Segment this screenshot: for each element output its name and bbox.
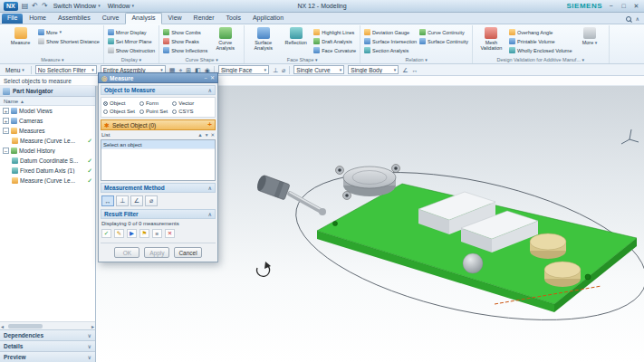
ribbon-group-label-relation[interactable]: Relation ▾	[360, 57, 472, 62]
select-object-row[interactable]: ✱ Select Object (0) +	[101, 119, 216, 130]
add-object-plus-icon[interactable]: +	[207, 121, 212, 129]
tab-analysis[interactable]: Analysis	[125, 13, 161, 24]
cylinder-cap[interactable]	[343, 167, 396, 196]
datum-axis-icon[interactable]	[621, 129, 639, 144]
section-analysis-button[interactable]: Section Analysis	[364, 46, 417, 54]
curve-continuity-button[interactable]: Curve Continuity	[419, 28, 468, 36]
show-obstruction-button[interactable]: Show Obstruction	[108, 46, 155, 54]
surface-intersection-button[interactable]: Surface Intersection	[364, 37, 417, 45]
handle-knob[interactable]	[255, 174, 290, 200]
name-column-header[interactable]: Name ▲	[0, 97, 95, 106]
window-menu[interactable]: Window ▾	[106, 3, 136, 9]
tab-render[interactable]: Render	[188, 14, 220, 24]
tree-item-cameras[interactable]: + Cameras	[0, 116, 95, 126]
show-inflections-button[interactable]: Show Inflections	[163, 46, 207, 54]
ok-button[interactable]: OK	[114, 247, 139, 258]
save-icon[interactable]: ▤	[22, 3, 29, 10]
highlight-lines-button[interactable]: Highlight Lines	[313, 28, 356, 36]
perpendicular-snap-icon[interactable]: ⊥	[273, 67, 278, 73]
filter-flag-button[interactable]: ⚑	[139, 229, 149, 238]
overhang-angle-button[interactable]: Overhang Angle	[509, 28, 572, 36]
radio-object[interactable]: Object	[103, 100, 139, 106]
show-shortest-distance-button[interactable]: Show Shortest Distance	[38, 37, 100, 45]
list-row-selected[interactable]: Select an object	[101, 140, 215, 149]
scroll-right-icon[interactable]: ▸	[91, 323, 94, 329]
tan-cylinder-1[interactable]	[530, 233, 566, 259]
radio-vector[interactable]: Vector	[172, 100, 213, 106]
tree-item-fixed-datum-axis[interactable]: Fixed Datum Axis (1) ✓	[0, 166, 95, 176]
expander-icon[interactable]: +	[3, 118, 9, 124]
tab-view[interactable]: View	[163, 14, 187, 24]
radio-object-set[interactable]: Object Set	[103, 109, 139, 114]
object-list-box[interactable]: Select an object	[101, 139, 216, 181]
minimize-button[interactable]: −	[607, 3, 615, 9]
method-distance-button[interactable]: ↔	[101, 195, 114, 206]
undo-icon[interactable]: ↶	[32, 3, 38, 10]
reflection-button[interactable]: Reflection	[281, 26, 311, 55]
pcb-hole[interactable]	[333, 222, 338, 226]
show-combs-button[interactable]: Show Combs	[163, 28, 207, 36]
ribbon-group-label-face-shape[interactable]: Face Shape ▾	[245, 57, 360, 62]
tree-item-model-history[interactable]: − Model History	[0, 146, 95, 156]
close-button[interactable]: ✕	[632, 3, 640, 9]
redo-icon[interactable]: ↷	[42, 3, 48, 10]
scroll-left-icon[interactable]: ◂	[1, 323, 4, 329]
move-up-icon[interactable]: ▲	[197, 132, 202, 138]
tree-item-measure-curve[interactable]: Measure (Curve Le... ✓	[0, 136, 95, 146]
handle-rod[interactable]	[290, 194, 322, 212]
tab-file[interactable]: File	[2, 14, 23, 24]
angle-snap-icon[interactable]: ∠	[402, 67, 408, 73]
selection-filter-dropdown[interactable]: No Selection Filter ▾	[35, 65, 97, 74]
face-curvature-button[interactable]: Face Curvature	[313, 46, 356, 54]
dome-component[interactable]	[463, 253, 483, 273]
tab-application[interactable]: Application	[247, 14, 289, 24]
curve-analysis-button[interactable]: Curve Analysis	[210, 26, 240, 55]
object-to-measure-section[interactable]: Object to Measure ∧	[101, 85, 216, 95]
cap-mounting-tab[interactable]	[336, 167, 344, 175]
ribbon-group-label-display[interactable]: Display ▾	[104, 57, 159, 62]
filter-delete-button[interactable]: ✕	[165, 229, 175, 238]
method-angle-button[interactable]: ∠	[130, 195, 143, 206]
deviation-gauge-button[interactable]: Deviation Gauge	[364, 28, 417, 36]
mesh-validation-button[interactable]: Mesh Validation	[476, 26, 506, 55]
horizontal-scrollbar[interactable]: ◂ ▸	[0, 321, 95, 329]
method-diameter-button[interactable]: ⌀	[145, 195, 158, 206]
switch-window-menu[interactable]: Switch Window ▾	[52, 3, 102, 9]
part-navigator-header[interactable]: Part Navigator	[0, 86, 95, 97]
show-peaks-button[interactable]: Show Peaks	[163, 37, 207, 45]
mirror-display-button[interactable]: Mirror Display	[108, 28, 155, 36]
surface-continuity-button[interactable]: Surface Continuity	[419, 37, 468, 45]
diameter-snap-icon[interactable]: ⌀	[282, 67, 285, 73]
rod-mount[interactable]	[319, 208, 326, 215]
move-down-icon[interactable]: ▾	[206, 132, 208, 138]
tab-curve[interactable]: Curve	[97, 14, 125, 24]
radio-point-set[interactable]: Point Set	[139, 109, 172, 114]
minimize-ribbon-icon[interactable]: ∧	[636, 16, 639, 22]
expander-icon[interactable]: +	[3, 108, 9, 114]
measurement-method-section[interactable]: Measurement Method ∧	[101, 183, 216, 193]
ribbon-group-label-curve-shape[interactable]: Curve Shape ▾	[159, 57, 244, 62]
tab-tools[interactable]: Tools	[221, 14, 246, 24]
more-button[interactable]: More ▾	[38, 28, 100, 36]
single-body-dropdown[interactable]: Single Body ▾	[348, 65, 399, 74]
tan-cylinder-2[interactable]	[544, 262, 581, 287]
cancel-button[interactable]: Cancel	[174, 247, 201, 258]
filter-edit-button[interactable]: ✎	[114, 229, 124, 238]
dialog-minimize-icon[interactable]: −	[204, 75, 207, 81]
radio-form[interactable]: Form	[139, 100, 172, 106]
dialog-close-icon[interactable]: ✕	[210, 75, 215, 81]
ribbon-group-label-measure[interactable]: Measure ▾	[2, 57, 103, 62]
tree-item-model-views[interactable]: + Model Views	[0, 106, 95, 116]
maximize-button[interactable]: □	[620, 3, 628, 9]
set-mirror-plane-button[interactable]: Set Mirror Plane	[108, 37, 155, 45]
tab-assemblies[interactable]: Assemblies	[53, 14, 96, 24]
pcb-hole[interactable]	[585, 274, 591, 280]
find-command-search-icon[interactable]	[626, 16, 631, 22]
draft-analysis-button[interactable]: Draft Analysis	[313, 37, 356, 45]
tab-home[interactable]: Home	[24, 14, 52, 24]
cap-mounting-tab[interactable]	[392, 165, 400, 173]
printable-volume-button[interactable]: Printable Volume	[509, 37, 572, 45]
ribbon-group-label-design-validation[interactable]: Design Validation for Additive Manuf... …	[473, 57, 609, 62]
measure-dialog-titlebar[interactable]: ◎ Measure − ✕	[98, 72, 218, 83]
radio-csys[interactable]: CSYS	[172, 109, 213, 114]
